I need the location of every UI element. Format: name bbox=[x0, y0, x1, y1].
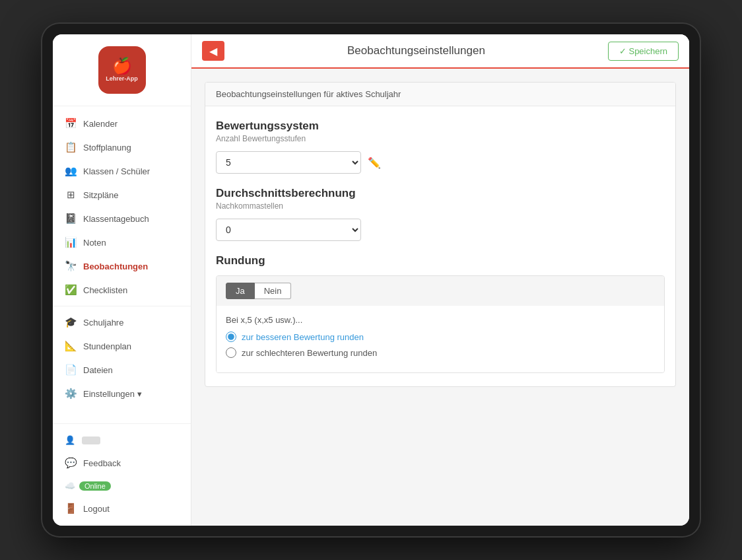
sidebar-item-sitzplaene[interactable]: ⊞ Sitzpläne bbox=[53, 183, 191, 207]
rounding-toggle-bar: Ja Nein bbox=[217, 276, 664, 306]
rounding-hint: Bei x,5 (x,x5 usw.)... bbox=[226, 315, 655, 325]
sidebar-item-logout[interactable]: 🚪 Logout bbox=[53, 497, 191, 520]
radio-option-worse[interactable]: zur schlechteren Bewertung runden bbox=[226, 347, 655, 358]
feedback-icon: 💬 bbox=[65, 457, 77, 469]
sidebar-item-label: Beobachtungen bbox=[83, 262, 148, 271]
sidebar-item-klassen[interactable]: 👥 Klassen / Schüler bbox=[53, 159, 191, 183]
card-body: Bewertungssystem Anzahl Bewertungsstufen… bbox=[205, 106, 675, 386]
sidebar-item-kalender[interactable]: 📅 Kalender bbox=[53, 112, 191, 135]
bewertung-select[interactable]: 5 3 4 6 bbox=[216, 151, 361, 174]
card-header: Beobachtungseinstellungen für aktives Sc… bbox=[205, 83, 675, 106]
main-content: ◀ Beobachtungseinstellungen ✓ Speichern … bbox=[191, 34, 689, 526]
check-icon: ✅ bbox=[65, 284, 77, 296]
grid-icon: ⊞ bbox=[65, 189, 77, 201]
sidebar-item-label: Klassen / Schüler bbox=[83, 166, 150, 176]
logo-icon: 🍎 bbox=[112, 58, 132, 74]
sidebar-logo: 🍎 Lehrer-App bbox=[53, 34, 191, 106]
back-arrow-icon: ◀ bbox=[209, 45, 217, 57]
content-area: Beobachtungseinstellungen für aktives Sc… bbox=[191, 69, 689, 526]
book-icon: 📋 bbox=[65, 141, 77, 153]
username-redacted bbox=[82, 437, 100, 444]
logout-icon: 🚪 bbox=[65, 503, 77, 514]
radio-better[interactable] bbox=[226, 332, 236, 342]
sidebar-item-label: Stoffplanung bbox=[83, 143, 131, 153]
durchschnitt-row: 0 1 2 bbox=[216, 219, 665, 241]
sidebar-item-feedback[interactable]: 💬 Feedback bbox=[53, 451, 191, 475]
durchschnitt-subtitle: Nachkommastellen bbox=[216, 201, 665, 211]
user-icon: 👤 bbox=[65, 435, 75, 445]
radio-worse[interactable] bbox=[226, 347, 236, 358]
graduation-icon: 🎓 bbox=[65, 316, 77, 328]
schedule-icon: 📐 bbox=[65, 340, 77, 352]
sidebar-item-label: Sitzpläne bbox=[83, 190, 118, 200]
sidebar-item-label: Stundenplan bbox=[83, 341, 131, 351]
notebook-icon: 📓 bbox=[65, 213, 77, 225]
sidebar-item-label: Schuljahre bbox=[83, 318, 123, 328]
back-button[interactable]: ◀ bbox=[202, 41, 224, 61]
sidebar-item-label: Kalender bbox=[83, 119, 118, 129]
rundung-title: Rundung bbox=[216, 254, 665, 267]
logo-text: Lehrer-App bbox=[106, 75, 138, 82]
nein-button[interactable]: Nein bbox=[255, 283, 292, 299]
people-icon: 👥 bbox=[65, 165, 77, 177]
sidebar-item-label: Noten bbox=[83, 238, 106, 248]
nav-items: 📅 Kalender 📋 Stoffplanung 👥 Klassen / Sc… bbox=[53, 106, 191, 423]
binoculars-icon: 🔭 bbox=[65, 260, 77, 272]
radio-worse-label: zur schlechteren Bewertung runden bbox=[242, 348, 377, 358]
sidebar-item-label: Klassentagebuch bbox=[83, 214, 149, 224]
rounding-options: Bei x,5 (x,x5 usw.)... zur besseren Bewe… bbox=[217, 306, 664, 372]
tablet-screen: 🍎 Lehrer-App 📅 Kalender 📋 Stoffplanung 👥… bbox=[53, 34, 689, 526]
sidebar-item-einstellungen[interactable]: ⚙️ Einstellungen ▾ bbox=[53, 382, 191, 405]
online-badge: Online bbox=[79, 481, 111, 491]
rounding-box: Ja Nein Bei x,5 (x,x5 usw.)... zur besse… bbox=[216, 275, 665, 373]
sidebar-item-schuljahre[interactable]: 🎓 Schuljahre bbox=[53, 310, 191, 334]
ja-button[interactable]: Ja bbox=[226, 283, 255, 299]
bewertung-title: Bewertungssystem bbox=[216, 120, 665, 133]
radio-option-better[interactable]: zur besseren Bewertung runden bbox=[226, 332, 655, 342]
sidebar-item-dateien[interactable]: 📄 Dateien bbox=[53, 358, 191, 382]
durchschnitt-title: Durchschnittsberechnung bbox=[216, 187, 665, 200]
nav-divider bbox=[53, 306, 191, 306]
sidebar-item-stundenplan[interactable]: 📐 Stundenplan bbox=[53, 334, 191, 358]
app-logo: 🍎 Lehrer-App bbox=[98, 46, 146, 94]
user-profile[interactable]: 👤 bbox=[53, 429, 191, 451]
sidebar-item-noten[interactable]: 📊 Noten bbox=[53, 230, 191, 254]
settings-card: Beobachtungseinstellungen für aktives Sc… bbox=[205, 82, 676, 387]
durchschnitt-select[interactable]: 0 1 2 bbox=[216, 219, 361, 241]
bewertung-subtitle: Anzahl Bewertungsstufen bbox=[216, 134, 665, 143]
chart-icon: 📊 bbox=[65, 236, 77, 248]
sidebar-item-label: Dateien bbox=[83, 365, 113, 375]
sidebar-item-stoffplanung[interactable]: 📋 Stoffplanung bbox=[53, 135, 191, 159]
cloud-icon: ☁️ bbox=[65, 481, 75, 491]
save-button[interactable]: ✓ Speichern bbox=[608, 42, 679, 61]
logout-label: Logout bbox=[83, 504, 110, 514]
feedback-label: Feedback bbox=[83, 458, 121, 468]
top-bar: ◀ Beobachtungseinstellungen ✓ Speichern bbox=[191, 34, 689, 69]
sidebar-item-label: Checklisten bbox=[83, 285, 127, 295]
sidebar-item-klassentagebuch[interactable]: 📓 Klassentagebuch bbox=[53, 207, 191, 230]
sidebar-bottom: 👤 💬 Feedback ☁️ Online 🚪 Logout bbox=[53, 423, 191, 526]
radio-better-label: zur besseren Bewertung runden bbox=[242, 332, 364, 342]
tablet-frame: 🍎 Lehrer-App 📅 Kalender 📋 Stoffplanung 👥… bbox=[41, 22, 701, 538]
online-status: ☁️ Online bbox=[53, 475, 123, 497]
page-title: Beobachtungseinstellungen bbox=[224, 44, 608, 57]
sidebar: 🍎 Lehrer-App 📅 Kalender 📋 Stoffplanung 👥… bbox=[53, 34, 191, 526]
sidebar-item-beobachtungen[interactable]: 🔭 Beobachtungen bbox=[53, 254, 191, 278]
bewertung-row: 5 3 4 6 ✏️ bbox=[216, 151, 665, 174]
sidebar-item-label: Einstellungen ▾ bbox=[83, 389, 142, 399]
sidebar-item-checklisten[interactable]: ✅ Checklisten bbox=[53, 278, 191, 302]
edit-icon[interactable]: ✏️ bbox=[368, 157, 381, 169]
gear-icon: ⚙️ bbox=[65, 388, 77, 400]
calendar-icon: 📅 bbox=[65, 118, 77, 129]
file-icon: 📄 bbox=[65, 364, 77, 376]
